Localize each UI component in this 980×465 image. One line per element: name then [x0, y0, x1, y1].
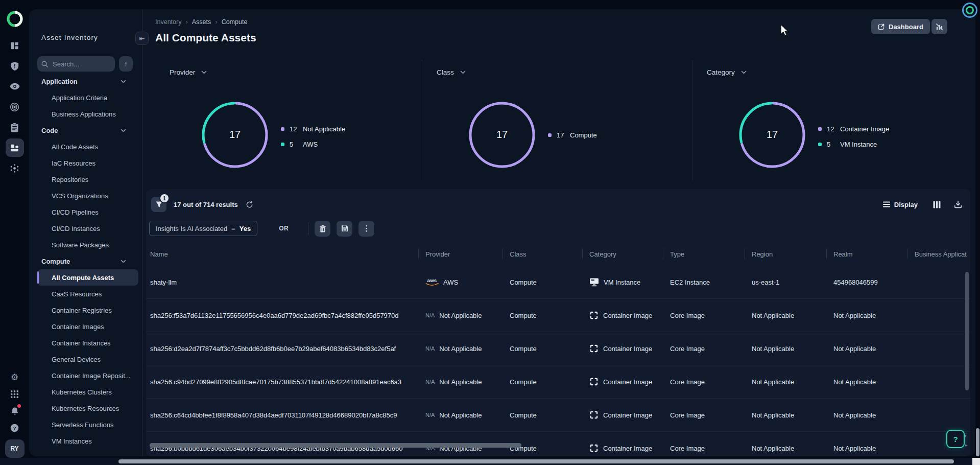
apps-grid-icon[interactable] — [7, 386, 22, 402]
sidebar-item-iac-resources[interactable]: IaC Resources — [33, 155, 138, 171]
sidebar-item-vcs-organizations[interactable]: VCS Organizations — [33, 188, 138, 204]
or-operator-label[interactable]: OR — [279, 225, 289, 232]
sidebar-item-ci-cd-pipelines[interactable]: CI/CD Pipelines — [33, 204, 138, 220]
chart-dropdown-category[interactable]: Category — [707, 68, 747, 76]
user-avatar[interactable]: RY — [5, 439, 25, 458]
chart-dropdown-class[interactable]: Class — [437, 68, 466, 76]
sidebar-item-all-code-assets[interactable]: All Code Assets — [33, 138, 138, 155]
sidebar-item-kubernetes-clusters[interactable]: Kubernetes Clusters — [33, 384, 138, 400]
column-header-type[interactable]: Type — [663, 242, 745, 266]
sidebar-item-caas-resources[interactable]: CaaS Resources — [33, 286, 138, 302]
refresh-button[interactable] — [246, 201, 253, 208]
table-vertical-scrollbar[interactable] — [965, 272, 969, 390]
chart-dropdown-provider[interactable]: Provider — [170, 68, 207, 76]
orca-logo[interactable] — [7, 11, 23, 27]
nav-section-application[interactable]: Application — [33, 73, 138, 89]
cell-region: Not Applicable — [745, 399, 826, 431]
page-horizontal-scrollbar-thumb[interactable] — [118, 459, 954, 463]
legend-value: 5 — [827, 141, 840, 148]
sidebar-item-label: CI/CD Pipelines — [52, 208, 99, 216]
sidebar-item-container-image-reposit[interactable]: Container Image Reposit... — [33, 367, 138, 384]
table-row[interactable]: sha256:c94bd27099e8ff2905d8fcae70175b738… — [146, 365, 970, 398]
sidebar-item-container-images[interactable]: Container Images — [33, 318, 138, 335]
legend-item-vm-instance[interactable]: 5VM Instance — [818, 139, 889, 149]
table-row[interactable]: sha256:c64cd4bbfee1f8f8958a407d38d4aedf7… — [146, 398, 970, 431]
donut-chart: 17 — [200, 100, 270, 170]
page-horizontal-scrollbar[interactable] — [0, 458, 980, 465]
display-button[interactable]: Display — [883, 201, 918, 208]
table-horizontal-scrollbar[interactable] — [150, 443, 521, 448]
help-button[interactable]: ? — [946, 430, 965, 448]
column-header-region[interactable]: Region — [745, 242, 826, 266]
sidebar-item-ci-cd-instances[interactable]: CI/CD Instances — [33, 220, 138, 237]
search-input[interactable] — [52, 60, 110, 68]
sidebar-search[interactable] — [37, 56, 115, 72]
column-header-name[interactable]: Name — [150, 242, 418, 266]
sidebar-item-kubernetes-resources[interactable]: Kubernetes Resources — [33, 400, 138, 416]
column-header-class[interactable]: Class — [503, 242, 582, 266]
eye-icon[interactable] — [6, 77, 24, 96]
legend-item-aws[interactable]: 5AWS — [281, 139, 345, 149]
page-vertical-scrollbar-thumb[interactable] — [976, 428, 979, 456]
sidebar-item-container-instances[interactable]: Container Instances — [33, 335, 138, 351]
settings-gear-icon[interactable]: ⚙ — [7, 369, 22, 385]
collapse-all-button[interactable]: ↑ — [119, 56, 133, 72]
sidebar-item-label: Repositories — [52, 176, 88, 183]
table-row[interactable]: shaty-llmawsAWSComputeVM InstanceEC2 Ins… — [146, 266, 970, 298]
columns-button[interactable] — [933, 201, 941, 208]
legend-item-container-image[interactable]: 12Container Image — [818, 124, 889, 134]
breadcrumb-separator-icon: › — [215, 18, 217, 26]
filter-button[interactable]: 1 — [151, 197, 166, 212]
sidebar-item-repositories[interactable]: Repositories — [33, 171, 138, 188]
column-header-business-applicat[interactable]: Business Applicat — [907, 242, 970, 266]
nav-section-compute[interactable]: Compute — [33, 253, 138, 269]
shield-alert-icon[interactable] — [6, 57, 24, 75]
column-header-realm[interactable]: Realm — [826, 242, 907, 266]
table-row[interactable]: sha256:f53a7d61132e11755656956c4e0aa6d77… — [146, 298, 970, 332]
scroll-right-arrow-icon[interactable]: ▸ — [965, 443, 968, 448]
help-circle-icon[interactable]: ? — [7, 420, 22, 435]
dashboard-button[interactable]: Dashboard — [871, 19, 930, 34]
chart-legend: 17Compute — [548, 130, 597, 140]
sidebar-item-serverless-functions[interactable]: Serverless Functions — [33, 416, 138, 433]
sidebar-item-software-packages[interactable]: Software Packages — [33, 237, 138, 253]
notifications-bell-icon[interactable] — [7, 403, 22, 418]
delete-filter-button[interactable] — [315, 221, 330, 237]
nav-section-code[interactable]: Code — [33, 122, 138, 138]
refresh-icon — [246, 201, 253, 208]
save-filter-button[interactable] — [337, 221, 352, 237]
chart-label: Category — [707, 68, 735, 76]
breadcrumb-inventory[interactable]: Inventory — [155, 18, 181, 26]
target-icon[interactable] — [6, 98, 24, 116]
clipboard-icon[interactable] — [6, 118, 24, 136]
more-options-button[interactable]: ⋮ — [358, 221, 374, 237]
cell-realm: Not Applicable — [826, 365, 907, 398]
sidebar-item-container-registries[interactable]: Container Registries — [33, 302, 138, 318]
sidebar-item-vm-instances[interactable]: VM Instances — [33, 433, 138, 449]
dashboards-icon[interactable] — [6, 36, 24, 55]
automation-icon[interactable] — [6, 159, 24, 177]
asset-inventory-icon[interactable] — [6, 138, 24, 157]
sidebar: Asset Inventory ⇤ ↑ ApplicationApplicati… — [29, 9, 143, 456]
legend-item-not-applicable[interactable]: 12Not Applicable — [281, 124, 345, 134]
filter-chip[interactable]: Insights Is AI Associated = Yes — [149, 221, 257, 236]
sidebar-item-general-devices[interactable]: General Devices — [33, 351, 138, 367]
column-header-provider[interactable]: Provider — [418, 242, 503, 266]
hide-charts-button[interactable] — [931, 19, 947, 34]
donut-chart: 17 — [737, 100, 807, 170]
cell-type: Core Image — [663, 399, 745, 431]
legend-item-compute[interactable]: 17Compute — [548, 130, 597, 140]
breadcrumb-compute[interactable]: Compute — [222, 18, 248, 26]
breadcrumb-assets[interactable]: Assets — [192, 18, 211, 26]
columns-icon — [933, 201, 941, 208]
sidebar-item-all-compute-assets[interactable]: All Compute Assets — [37, 269, 138, 286]
download-button[interactable] — [954, 200, 962, 208]
sidebar-collapse-button[interactable]: ⇤ — [135, 32, 149, 45]
cell-region: Not Applicable — [745, 299, 826, 332]
table-row[interactable]: sha256:d2ea2d7f7874aff3c7c5bbdd62d8fb6b0… — [146, 332, 970, 365]
sidebar-item-application-criteria[interactable]: Application Criteria — [33, 89, 138, 106]
chevron-down-icon — [201, 71, 207, 74]
column-header-category[interactable]: Category — [582, 242, 663, 266]
sidebar-nav: ApplicationApplication CriteriaBusiness … — [33, 73, 138, 449]
sidebar-item-business-applications[interactable]: Business Applications — [33, 106, 138, 122]
